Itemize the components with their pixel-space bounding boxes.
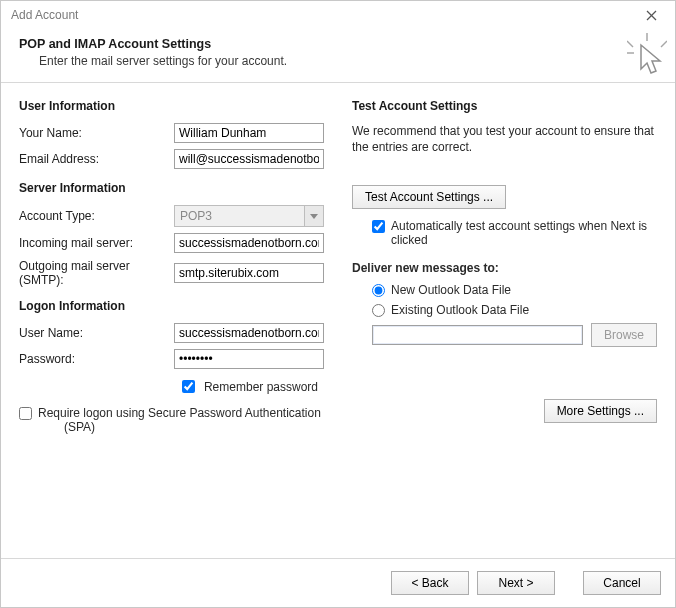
next-button[interactable]: Next > (477, 571, 555, 595)
password-label: Password: (19, 352, 174, 366)
svg-line-3 (627, 41, 633, 47)
cursor-click-icon (627, 33, 667, 79)
incoming-server-input[interactable] (174, 233, 324, 253)
titlebar: Add Account (1, 1, 675, 29)
x-icon (646, 10, 657, 21)
user-name-label: User Name: (19, 326, 174, 340)
dropdown-button (304, 206, 323, 226)
account-type-select: POP3 (174, 205, 324, 227)
content-area: User Information Your Name: Email Addres… (1, 83, 675, 558)
your-name-input[interactable] (174, 123, 324, 143)
existing-data-file-path (372, 325, 583, 345)
spa-label-2: (SPA) (64, 420, 95, 434)
account-type-value: POP3 (175, 209, 304, 223)
remember-password-checkbox[interactable] (182, 380, 195, 393)
spa-label: Require logon using Secure Password Auth… (38, 406, 321, 420)
user-name-input[interactable] (174, 323, 324, 343)
email-input[interactable] (174, 149, 324, 169)
server-info-heading: Server Information (19, 181, 324, 195)
right-column: Test Account Settings We recommend that … (352, 99, 657, 558)
back-button[interactable]: < Back (391, 571, 469, 595)
deliver-heading: Deliver new messages to: (352, 261, 657, 275)
existing-data-file-label: Existing Outlook Data File (391, 303, 529, 317)
password-input[interactable] (174, 349, 324, 369)
chevron-down-icon (310, 214, 318, 219)
email-label: Email Address: (19, 152, 174, 166)
header-title: POP and IMAP Account Settings (19, 37, 657, 51)
auto-test-label: Automatically test account settings when… (391, 219, 657, 247)
add-account-window: Add Account POP and IMAP Account Setting… (0, 0, 676, 608)
close-button[interactable] (633, 4, 669, 26)
remember-password-label: Remember password (204, 380, 318, 394)
header-subtitle: Enter the mail server settings for your … (39, 54, 657, 68)
auto-test-checkbox[interactable] (372, 220, 385, 233)
more-settings-button[interactable]: More Settings ... (544, 399, 657, 423)
existing-data-file-radio[interactable] (372, 304, 385, 317)
outgoing-server-input[interactable] (174, 263, 324, 283)
cancel-button[interactable]: Cancel (583, 571, 661, 595)
svg-line-4 (661, 41, 667, 47)
logon-info-heading: Logon Information (19, 299, 324, 313)
account-type-label: Account Type: (19, 209, 174, 223)
outgoing-server-label: Outgoing mail server (SMTP): (19, 259, 174, 287)
wizard-footer: < Back Next > Cancel (1, 558, 675, 607)
new-data-file-label: New Outlook Data File (391, 283, 511, 297)
test-settings-heading: Test Account Settings (352, 99, 657, 113)
left-column: User Information Your Name: Email Addres… (19, 99, 324, 558)
wizard-header: POP and IMAP Account Settings Enter the … (1, 29, 675, 82)
test-settings-button[interactable]: Test Account Settings ... (352, 185, 506, 209)
spa-checkbox[interactable] (19, 407, 32, 420)
window-title: Add Account (11, 8, 78, 22)
browse-button: Browse (591, 323, 657, 347)
your-name-label: Your Name: (19, 126, 174, 140)
new-data-file-radio[interactable] (372, 284, 385, 297)
test-settings-text: We recommend that you test your account … (352, 123, 657, 155)
incoming-server-label: Incoming mail server: (19, 236, 174, 250)
user-info-heading: User Information (19, 99, 324, 113)
